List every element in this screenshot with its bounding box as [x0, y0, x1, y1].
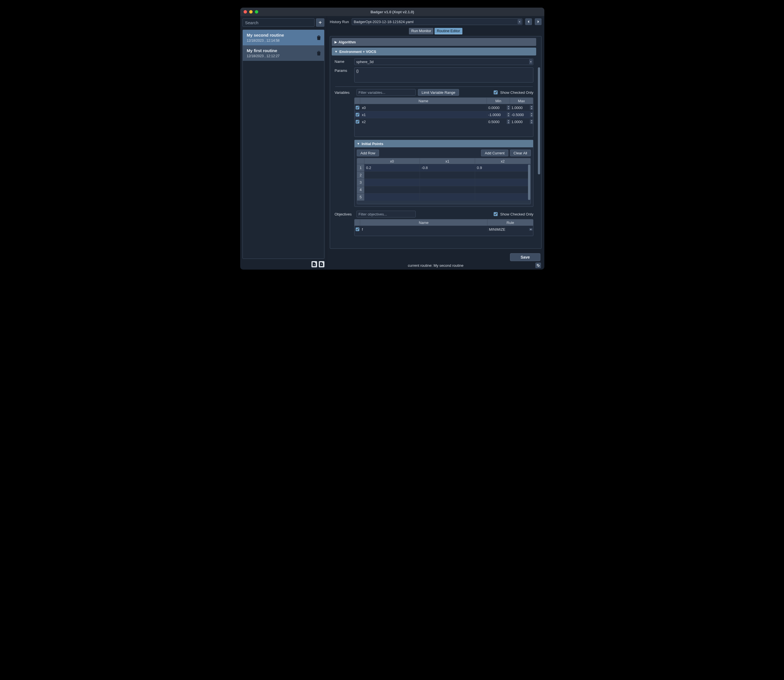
spin-up-icon[interactable]: ▴: [530, 105, 533, 108]
tab-run-monitor[interactable]: Run Monitor: [409, 28, 434, 35]
ip-cell[interactable]: 0.9: [475, 164, 531, 171]
table-row[interactable]: 5: [357, 193, 531, 201]
spin-down-icon[interactable]: ▾: [507, 108, 510, 110]
ip-cell[interactable]: -0.8: [420, 164, 475, 171]
spin-down-icon[interactable]: ▾: [507, 122, 510, 124]
spin-up-icon[interactable]: ▴: [507, 112, 510, 115]
status-bar: current routine: My second routine: [327, 261, 544, 269]
ip-hscrollbar[interactable]: [357, 201, 531, 204]
spin-down-icon[interactable]: ▾: [507, 115, 510, 117]
obj-rule-select[interactable]: MINIMIZE ▾: [487, 227, 533, 231]
row-checkbox[interactable]: [356, 113, 359, 116]
col-header-name: Name: [360, 98, 487, 104]
routine-item[interactable]: My first routine 12/18/2023 , 12:12:27: [243, 46, 324, 61]
tab-routine-editor[interactable]: Routine Editor: [435, 28, 462, 35]
trash-icon[interactable]: [317, 51, 321, 55]
routine-name: My first routine: [247, 48, 280, 53]
spin-up-icon[interactable]: ▴: [530, 112, 533, 115]
editor-scrollbar[interactable]: [538, 67, 540, 246]
ip-cell[interactable]: [420, 172, 475, 179]
add-row-button[interactable]: Add Row: [357, 150, 379, 156]
env-params-input[interactable]: {}: [354, 67, 533, 83]
chevron-down-icon: ▾: [529, 59, 533, 64]
ip-cell[interactable]: [365, 186, 420, 193]
var-max-cell[interactable]: 1.0000▴▾: [510, 120, 533, 124]
row-header: 5: [357, 194, 365, 201]
main-panel: History Run BadgerOpt-2023-12-18-121624.…: [327, 16, 544, 269]
spin-down-icon[interactable]: ▾: [530, 115, 533, 117]
export-button[interactable]: [319, 261, 324, 267]
variables-table: Name Min Max x0 0.0000▴▾ 1.0000▴▾: [354, 98, 533, 137]
import-button[interactable]: [311, 261, 317, 267]
checkbox-icon[interactable]: [494, 90, 498, 94]
search-input[interactable]: [242, 18, 314, 27]
limit-variable-range-button[interactable]: Limit Variable Range: [418, 89, 459, 96]
col-header-name: Name: [360, 219, 487, 226]
row-checkbox[interactable]: [356, 105, 359, 110]
ip-cell[interactable]: [420, 194, 475, 201]
checkbox-icon[interactable]: [494, 212, 498, 216]
ip-cell[interactable]: [420, 186, 475, 193]
ip-cell[interactable]: [365, 172, 420, 179]
divider: [335, 87, 533, 87]
ip-cell[interactable]: [365, 179, 420, 186]
ip-cell[interactable]: [475, 172, 531, 179]
obj-rule-value: MINIMIZE: [489, 227, 506, 231]
trash-icon[interactable]: [317, 36, 321, 40]
add-current-button[interactable]: Add Current: [481, 150, 508, 156]
ip-cell[interactable]: [475, 179, 531, 186]
section-env-header[interactable]: ▼ Environment + VOCS: [332, 47, 536, 55]
var-min-cell[interactable]: 0.0000▴▾: [487, 105, 510, 110]
env-name-select[interactable]: sphere_3d ▾: [354, 58, 533, 65]
ip-scrollbar[interactable]: [528, 165, 530, 200]
variables-show-checked-label: Show Checked Only: [500, 90, 533, 94]
settings-button[interactable]: [535, 263, 541, 268]
spin-down-icon[interactable]: ▾: [530, 122, 533, 124]
ip-cell[interactable]: 0.2: [365, 164, 420, 171]
table-row[interactable]: 4: [357, 186, 531, 193]
var-max-cell[interactable]: -0.5000▴▾: [510, 112, 533, 117]
ip-cell[interactable]: [475, 194, 531, 201]
routine-timestamp: 12/18/2023 , 12:12:27: [247, 54, 280, 58]
var-min-cell[interactable]: 0.5000▴▾: [487, 120, 510, 124]
var-max-cell[interactable]: 1.0000▴▾: [510, 105, 533, 110]
routine-item[interactable]: My second routine 12/18/2023 , 12:14:58: [243, 30, 324, 46]
table-row: x2 0.5000▴▾ 1.0000▴▾: [355, 118, 533, 125]
initial-points-header[interactable]: ▼ Initial Points: [355, 140, 533, 147]
spin-up-icon[interactable]: ▴: [507, 105, 510, 108]
window-title: Badger v1.0 (Xopt v2.1.0): [240, 10, 544, 14]
col-header-max: Max: [510, 98, 533, 104]
save-button[interactable]: Save: [510, 253, 540, 261]
ip-cell[interactable]: [365, 194, 420, 201]
table-row[interactable]: 3: [357, 179, 531, 186]
ip-cell[interactable]: [475, 186, 531, 193]
table-row[interactable]: 2: [357, 171, 531, 179]
history-prev-button[interactable]: [525, 18, 532, 25]
objectives-show-checked-toggle[interactable]: Show Checked Only: [493, 211, 533, 217]
chevron-down-icon: ▼: [357, 142, 360, 145]
file-import-icon: [313, 262, 316, 266]
env-name-value: sphere_3d: [356, 60, 373, 64]
objectives-filter-input[interactable]: [357, 211, 416, 217]
variables-show-checked-toggle[interactable]: Show Checked Only: [493, 90, 533, 95]
variables-label: Variables: [335, 90, 354, 94]
history-run-select[interactable]: BadgerOpt-2023-12-18-121624.yaml ▾: [352, 18, 522, 25]
var-min-cell[interactable]: -1.0000▴▾: [487, 112, 510, 117]
spin-down-icon[interactable]: ▾: [530, 108, 533, 110]
table-row: x0 0.0000▴▾ 1.0000▴▾: [355, 104, 533, 111]
table-row[interactable]: 1 0.2 -0.8 0.9: [357, 164, 531, 171]
row-header: 2: [357, 172, 365, 179]
ip-cell[interactable]: [420, 179, 475, 186]
initial-points-table: x0 x1 x2 1 0.2 -0.8 0.9: [357, 158, 531, 204]
routine-name: My second routine: [247, 33, 284, 38]
variables-filter-input[interactable]: [357, 89, 416, 96]
add-routine-button[interactable]: +: [316, 18, 324, 27]
section-algorithm-header[interactable]: ▶ Algorithm: [332, 38, 536, 46]
row-checkbox[interactable]: [356, 120, 359, 124]
clear-all-button[interactable]: Clear All: [510, 150, 531, 156]
app-window: Badger v1.0 (Xopt v2.1.0) + My second ro…: [240, 8, 544, 269]
spin-up-icon[interactable]: ▴: [507, 120, 510, 122]
row-checkbox[interactable]: [356, 227, 359, 231]
history-next-button[interactable]: [535, 18, 542, 25]
spin-up-icon[interactable]: ▴: [530, 120, 533, 122]
